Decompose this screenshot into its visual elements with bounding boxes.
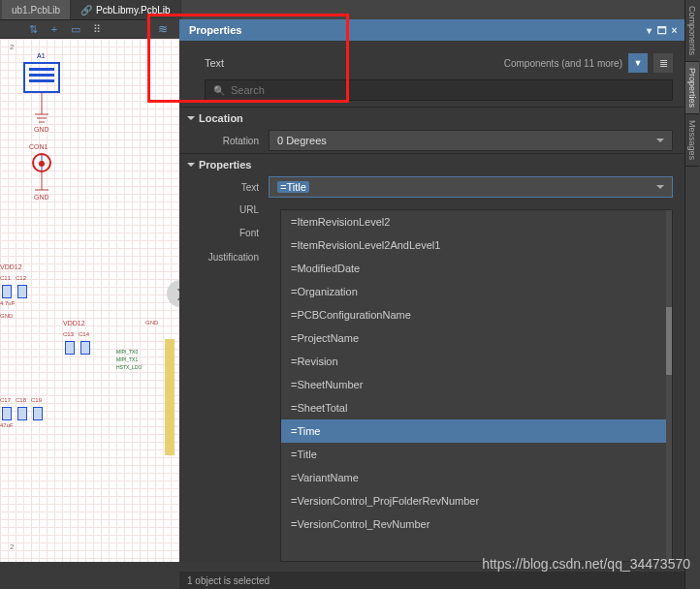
dropdown-item[interactable]: =VersionControl_RevNumber [281,512,672,536]
section-properties[interactable]: Properties [179,153,684,174]
chevron-down-icon [656,139,664,142]
tab-doc2[interactable]: 🔗PcbLibmy.PcbLib [71,0,181,19]
cap-c13[interactable] [65,341,75,355]
wires [0,39,179,562]
watermark: https://blog.csdn.net/qq_34473570 [482,556,690,572]
side-rail: Components Properties Messages [684,0,700,589]
list-button[interactable]: ≣ [653,53,673,73]
connector-strip[interactable] [165,339,175,455]
cap-c19[interactable] [33,407,43,420]
object-type-label: Text [205,57,224,69]
text-combobox[interactable]: =Title [269,176,673,198]
cap-c12[interactable] [17,285,27,298]
gnd: GND [0,313,13,319]
document-tabs: ub1.PcbLib 🔗PcbLibmy.PcbLib [0,0,684,19]
gnd-label: GND [34,194,49,201]
tab-label: PcbLibmy.PcbLib [96,5,171,16]
rail-tab-components[interactable]: Components [685,0,699,62]
cap-c14[interactable] [80,341,90,355]
dropdown-item[interactable]: =VariantName [281,466,672,489]
text-value: =Title [277,181,309,193]
scrollbar-track[interactable] [666,210,672,561]
panel-dropdown-icon[interactable]: ▾ [645,26,653,35]
panel-close-icon[interactable]: × [670,26,679,35]
desig-c13: C13 [63,331,74,337]
font-label: Font [179,228,269,238]
cap-c18[interactable] [17,407,27,420]
status-text: 1 object is selected [187,575,270,586]
gnd-label: GND [34,126,49,133]
tab-doc1[interactable]: ub1.PcbLib [2,0,71,19]
rotation-dropdown[interactable]: 0 Degrees [269,130,673,151]
chevron-down-icon [656,185,664,189]
search-field[interactable]: 🔍 [205,79,673,101]
dropdown-item[interactable]: =Time [281,419,672,443]
link-icon: 🔗 [80,5,92,16]
panel-header-controls: ▾ 🗖 × [645,19,679,41]
tab-label: ub1.PcbLib [12,5,60,16]
vdd12-label: VDD12 [63,320,85,326]
dropdown-item[interactable]: =ItemRevisionLevel2 [281,210,672,233]
rect-icon[interactable]: ▭ [68,21,83,37]
panel-maximize-icon[interactable]: 🗖 [657,26,666,35]
val: 47uF [0,422,14,428]
desig-c17: C17 [0,397,11,403]
grip-icon[interactable]: ⠿ [89,21,105,37]
row-text: Text =Title [179,174,684,200]
dropdown-item[interactable]: =Organization [281,280,672,303]
cap-c11[interactable] [2,285,12,298]
rotation-label: Rotation [179,136,269,146]
gnd: GND [145,320,158,326]
dropdown-item[interactable]: =SheetNumber [281,373,672,396]
caret-down-icon [187,163,195,167]
dropdown-item[interactable]: =ProjectName [281,326,672,350]
properties-panel: Properties ▾ 🗖 × Text Components (and 11… [179,19,684,562]
rotation-value: 0 Degrees [277,135,327,146]
pin-dot [39,161,45,167]
scope-text: Components (and 11 more) [504,58,622,69]
schematic-canvas[interactable]: 2 A1 GND CON1 GND VDD12 C11 C12 4.7uF GN… [0,39,179,562]
url-label: URL [179,204,269,215]
layers-icon[interactable]: ≋ [145,19,179,39]
cap-c17[interactable] [2,407,12,420]
scrollbar-thumb[interactable] [666,307,672,375]
search-input[interactable] [231,84,664,96]
desig-c19: C19 [31,397,42,403]
text-dropdown-list[interactable]: =ItemRevisionLevel2=ItemRevisionLevel2An… [280,209,673,562]
rail-tab-messages[interactable]: Messages [685,114,699,167]
section-title: Location [199,112,243,124]
val-47uf: 4.7uF [0,300,15,306]
row-rotation: Rotation 0 Degrees [179,128,684,153]
dropdown-item[interactable]: =Title [281,443,672,466]
caret-down-icon [187,116,195,120]
netlabel: MIPI_TX0 [116,349,138,355]
desig-c12: C12 [16,275,26,281]
funnel-icon: ▼ [634,58,643,68]
plus-icon[interactable]: + [47,21,62,37]
desig-c11: C11 [0,275,11,281]
dropdown-item[interactable]: =ItemRevisionLevel2AndLevel1 [281,233,672,257]
selection-scope: Components (and 11 more) ▼ ≣ [504,53,673,73]
list-icon: ≣ [659,57,668,70]
con1-label: CON1 [29,143,48,150]
desig-c14: C14 [79,331,89,337]
dropdown-item[interactable]: =VersionControl_ProjFolderRevNumber [281,489,672,512]
section-location[interactable]: Location [179,107,684,128]
filter-button[interactable]: ▼ [628,53,648,73]
text-label: Text [179,182,269,193]
dropdown-item[interactable]: =Revision [281,350,672,373]
netlabel: HSTX_LDO [116,364,142,370]
status-bar: 1 object is selected [179,572,684,589]
filter-icon[interactable]: ⇅ [25,21,41,37]
dropdown-item[interactable]: =PCBConfigurationName [281,303,672,326]
rail-tab-properties[interactable]: Properties [685,62,699,114]
panel-header[interactable]: Properties ▾ 🗖 × [179,19,684,41]
dropdown-item[interactable]: =ModifiedDate [281,257,672,280]
search-icon: 🔍 [213,85,225,96]
column-footer: 2 [10,542,14,551]
justification-label: Justification [179,252,269,263]
dropdown-item[interactable]: =SheetTotal [281,396,672,419]
netlabel: MIPI_TX1 [116,356,138,362]
panel-title: Properties [189,24,241,36]
panel-sub-header: Text Components (and 11 more) ▼ ≣ [179,41,684,79]
